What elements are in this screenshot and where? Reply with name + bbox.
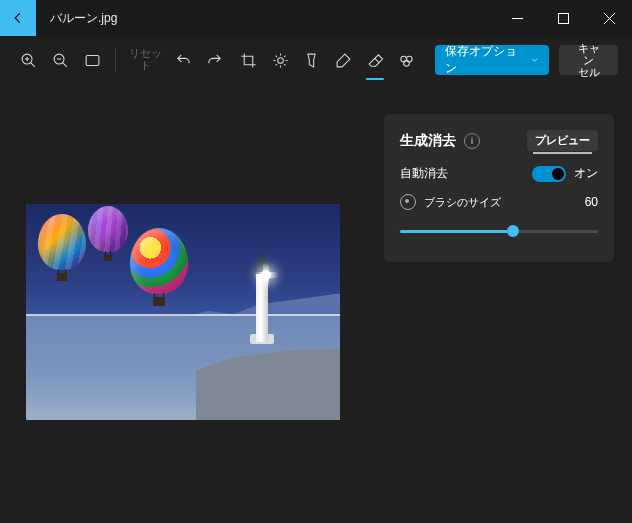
balloon	[38, 214, 86, 281]
background-tool[interactable]	[392, 44, 422, 76]
balloon	[88, 206, 128, 261]
target-icon	[400, 194, 416, 210]
svg-point-7	[404, 60, 410, 66]
save-options-button[interactable]: 保存オプション	[435, 45, 550, 75]
svg-rect-0	[558, 13, 568, 23]
close-button[interactable]	[586, 0, 632, 36]
balloon	[130, 228, 188, 306]
fit-button[interactable]	[77, 44, 107, 76]
save-label: 保存オプション	[445, 43, 522, 77]
crop-tool[interactable]	[234, 44, 264, 76]
auto-erase-toggle[interactable]	[532, 166, 566, 182]
minimize-button[interactable]	[494, 0, 540, 36]
title-bar: バルーン.jpg	[0, 0, 632, 36]
chevron-down-icon	[530, 55, 539, 65]
auto-erase-state: オン	[574, 165, 598, 182]
svg-rect-3	[86, 55, 99, 65]
brush-size-slider[interactable]	[400, 222, 598, 240]
panel-title: 生成消去	[400, 132, 456, 150]
back-button[interactable]	[0, 0, 36, 36]
editor-area: 生成消去 i プレビュー 自動消去 オン ブラシのサイズ 60	[0, 84, 632, 523]
auto-erase-label: 自動消去	[400, 165, 448, 182]
preview-button[interactable]: プレビュー	[527, 130, 598, 151]
image-canvas[interactable]	[26, 204, 340, 420]
adjust-tool[interactable]	[265, 44, 295, 76]
erase-panel: 生成消去 i プレビュー 自動消去 オン ブラシのサイズ 60	[384, 114, 614, 262]
undo-button[interactable]	[168, 44, 198, 76]
maximize-button[interactable]	[540, 0, 586, 36]
brush-size-value: 60	[585, 195, 598, 209]
info-icon[interactable]: i	[464, 133, 480, 149]
svg-point-4	[277, 57, 283, 63]
reset-button[interactable]: リセット	[124, 48, 167, 71]
cancel-button[interactable]: キャン セル	[559, 45, 618, 75]
window-title: バルーン.jpg	[36, 0, 117, 36]
toolbar: リセット 保存オプション キャン セル	[0, 36, 632, 84]
brush-size-label: ブラシのサイズ	[424, 196, 501, 208]
zoom-out-button[interactable]	[46, 44, 76, 76]
lighthouse	[252, 254, 272, 342]
markup-tool[interactable]	[329, 44, 359, 76]
zoom-in-button[interactable]	[14, 44, 44, 76]
filter-tool[interactable]	[297, 44, 327, 76]
redo-button[interactable]	[200, 44, 230, 76]
erase-tool[interactable]	[360, 44, 390, 76]
